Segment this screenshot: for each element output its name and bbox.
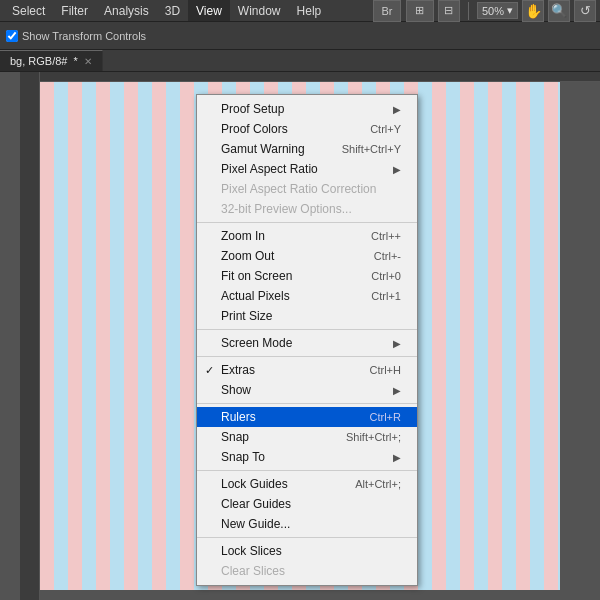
extras-icon[interactable]: ⊟ xyxy=(438,0,460,22)
menu-item-pixel-aspect-ratio[interactable]: Pixel Aspect Ratio ▶ xyxy=(197,159,417,179)
menu-select[interactable]: Select xyxy=(4,0,53,21)
bridge-icon[interactable]: Br xyxy=(373,0,401,22)
separator-3 xyxy=(197,356,417,357)
menu-item-pixel-aspect-correction: Pixel Aspect Ratio Correction xyxy=(197,179,417,199)
document-tab[interactable]: bg, RGB/8# * ✕ xyxy=(0,50,103,71)
menu-item-32bit-preview: 32-bit Preview Options... xyxy=(197,199,417,219)
menu-item-extras[interactable]: ✓ Extras Ctrl+H xyxy=(197,360,417,380)
menu-item-fit-on-screen[interactable]: Fit on Screen Ctrl+0 xyxy=(197,266,417,286)
submenu-arrow-pixel-icon: ▶ xyxy=(393,164,401,175)
menu-item-actual-pixels[interactable]: Actual Pixels Ctrl+1 xyxy=(197,286,417,306)
menu-item-clear-guides[interactable]: Clear Guides xyxy=(197,494,417,514)
menu-window[interactable]: Window xyxy=(230,0,289,21)
zoom-tool-icon[interactable]: 🔍 xyxy=(548,0,570,22)
transform-controls-option[interactable]: Show Transform Controls xyxy=(6,30,146,42)
menu-item-show[interactable]: Show ▶ xyxy=(197,380,417,400)
menu-item-clear-slices: Clear Slices xyxy=(197,561,417,581)
mini-bridge-icon[interactable]: ⊞ xyxy=(406,0,434,22)
tab-bar: bg, RGB/8# * ✕ xyxy=(0,50,600,72)
menu-item-snap[interactable]: Snap Shift+Ctrl+; xyxy=(197,427,417,447)
menu-item-print-size[interactable]: Print Size xyxy=(197,306,417,326)
view-dropdown-menu: Proof Setup ▶ Proof Colors Ctrl+Y Gamut … xyxy=(196,94,418,586)
menu-analysis[interactable]: Analysis xyxy=(96,0,157,21)
extras-check-icon: ✓ xyxy=(205,364,214,377)
ruler-left xyxy=(20,72,40,600)
menu-item-rulers[interactable]: Rulers Ctrl+R xyxy=(197,407,417,427)
menu-item-snap-to[interactable]: Snap To ▶ xyxy=(197,447,417,467)
menu-item-proof-setup[interactable]: Proof Setup ▶ xyxy=(197,99,417,119)
zoom-arrow-icon: ▾ xyxy=(507,4,513,17)
separator-2 xyxy=(197,329,417,330)
menu-item-lock-slices[interactable]: Lock Slices xyxy=(197,541,417,561)
separator-1 xyxy=(197,222,417,223)
menu-item-new-guide[interactable]: New Guide... xyxy=(197,514,417,534)
submenu-arrow-icon: ▶ xyxy=(393,104,401,115)
menu-3d[interactable]: 3D xyxy=(157,0,188,21)
zoom-display[interactable]: 50% ▾ xyxy=(477,2,518,19)
canvas-area: Proof Setup ▶ Proof Colors Ctrl+Y Gamut … xyxy=(0,72,600,600)
rotate-tool-icon[interactable]: ↺ xyxy=(574,0,596,22)
tab-label: bg, RGB/8# xyxy=(10,55,67,67)
menu-help[interactable]: Help xyxy=(289,0,330,21)
options-bar: Show Transform Controls xyxy=(0,22,600,50)
separator-6 xyxy=(197,537,417,538)
separator xyxy=(468,2,469,20)
menu-bar: Select Filter Analysis 3D View Window He… xyxy=(0,0,600,22)
tab-modified-indicator: * xyxy=(73,55,77,67)
menu-view[interactable]: View xyxy=(188,0,230,21)
submenu-arrow-snap-icon: ▶ xyxy=(393,452,401,463)
menu-item-lock-guides[interactable]: Lock Guides Alt+Ctrl+; xyxy=(197,474,417,494)
menu-item-zoom-in[interactable]: Zoom In Ctrl++ xyxy=(197,226,417,246)
tab-close-button[interactable]: ✕ xyxy=(84,56,92,67)
ruler-top xyxy=(40,72,600,82)
submenu-arrow-show-icon: ▶ xyxy=(393,385,401,396)
toolbar-right: Br ⊞ ⊟ 50% ▾ ✋ 🔍 ↺ xyxy=(373,0,596,22)
menu-item-zoom-out[interactable]: Zoom Out Ctrl+- xyxy=(197,246,417,266)
transform-controls-checkbox[interactable] xyxy=(6,30,18,42)
menu-item-screen-mode[interactable]: Screen Mode ▶ xyxy=(197,333,417,353)
menu-item-proof-colors[interactable]: Proof Colors Ctrl+Y xyxy=(197,119,417,139)
menu-item-gamut-warning[interactable]: Gamut Warning Shift+Ctrl+Y xyxy=(197,139,417,159)
separator-5 xyxy=(197,470,417,471)
menu-filter[interactable]: Filter xyxy=(53,0,96,21)
submenu-arrow-screen-icon: ▶ xyxy=(393,338,401,349)
separator-4 xyxy=(197,403,417,404)
hand-tool-icon[interactable]: ✋ xyxy=(522,0,544,22)
